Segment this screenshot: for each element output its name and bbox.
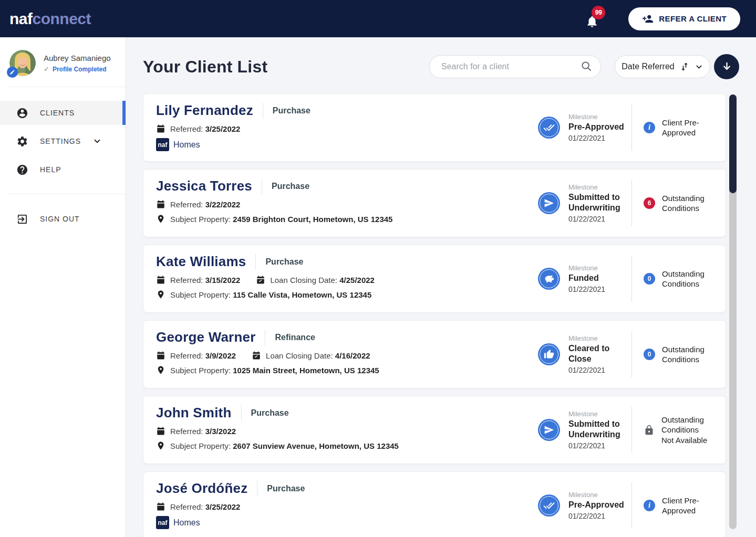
search-icon[interactable]	[581, 60, 593, 72]
thumb-up-icon	[544, 349, 554, 360]
property-label: Subject Property:	[170, 290, 231, 299]
referred-date: Referred: 3/25/2022	[156, 124, 240, 133]
status-section: i Client Pre-Approved	[632, 496, 713, 516]
profile-status-label: Profile Completed	[53, 66, 107, 73]
divider	[241, 405, 242, 421]
sidebar-item-label: SETTINGS	[40, 137, 81, 145]
homes-chip-row: naf Homes	[156, 138, 310, 151]
client-card[interactable]: John Smith Purchase Referred: 3/3/2022 S…	[143, 396, 726, 464]
scrollbar-thumb[interactable]	[729, 94, 737, 193]
sidebar-item-label: HELP	[40, 165, 61, 174]
account-circle-icon	[16, 107, 28, 119]
status-text: Outstanding Conditions	[662, 193, 713, 214]
milestone-section: Milestone Cleared to Close 01/22/2021	[538, 334, 631, 374]
referred-value: 3/15/2022	[205, 276, 241, 285]
property-value: 2607 Sunview Avenue, Hometown, US 12345	[233, 441, 399, 450]
property-value: 2459 Brighton Court, Hometown, US 12345	[233, 215, 392, 224]
property-label: Subject Property:	[170, 441, 231, 450]
status-text: Outstanding Conditions	[662, 269, 713, 289]
calendar-icon	[156, 199, 165, 209]
property-row: Subject Property: 1025 Main Street, Home…	[156, 365, 379, 375]
download-button[interactable]	[714, 54, 739, 79]
subject-property: Subject Property: 2459 Brighton Court, H…	[156, 214, 392, 224]
app-logo[interactable]: nafconnect	[9, 10, 91, 28]
client-name: John Smith	[156, 405, 232, 421]
status-text: Outstanding Conditions Not Available	[661, 415, 713, 446]
user-name: Aubrey Samaniego	[44, 54, 111, 62]
scrollbar-track[interactable]	[729, 94, 737, 529]
paper-plane-icon	[544, 198, 554, 208]
milestone-label: Milestone	[568, 334, 627, 342]
sidebar-item-label: CLIENTS	[40, 109, 75, 117]
sidebar-item-sign-out[interactable]: SIGN OUT	[0, 207, 126, 231]
referred-value: 3/22/2022	[205, 200, 241, 209]
naf-homes-logo: naf	[156, 138, 169, 151]
referred-date: Referred: 3/15/2022	[156, 275, 240, 285]
homes-label: Homes	[173, 140, 200, 150]
referred-value: 3/3/2022	[205, 427, 236, 436]
refer-a-client-button[interactable]: REFER A CLIENT	[628, 7, 740, 30]
notifications-badge: 99	[592, 6, 605, 19]
referred-value: 3/25/2022	[205, 502, 241, 511]
sidebar: Aubrey Samaniego ✓ Profile Completed CLI…	[0, 37, 126, 537]
sidebar-item-label: SIGN OUT	[40, 215, 80, 223]
milestone-section: Milestone Submitted to Underwriting 01/2…	[538, 183, 631, 223]
page-title: Your Client List	[143, 57, 429, 77]
status-section: i 0 Outstanding Conditions	[632, 269, 713, 289]
milestone-name: Submitted to Underwriting	[568, 419, 627, 440]
milestone-name: Submitted to Underwriting	[568, 192, 627, 213]
homes-chip-row: naf Homes	[156, 516, 305, 529]
logo-naf: naf	[9, 10, 33, 27]
profile-section: Aubrey Samaniego ✓ Profile Completed	[0, 37, 126, 87]
pin-icon	[156, 290, 165, 299]
pin-icon	[156, 441, 165, 450]
client-name: Kate Williams	[156, 254, 246, 270]
sidebar-item-clients[interactable]: CLIENTS	[0, 101, 126, 125]
status-text: Client Pre-Approved	[662, 496, 713, 516]
edit-profile-button[interactable]	[7, 67, 18, 78]
property-label: Subject Property:	[170, 366, 231, 375]
loan-type: Purchase	[267, 484, 305, 493]
milestone-icon	[538, 268, 560, 290]
calendar-icon	[156, 351, 165, 360]
check-icon: ✓	[44, 65, 49, 73]
calendar-check-icon	[252, 351, 261, 360]
milestone-icon	[538, 343, 560, 365]
gear-icon	[16, 135, 28, 148]
client-card[interactable]: Jessica Torres Purchase Referred: 3/22/2…	[143, 169, 726, 237]
referred-value: 3/25/2022	[205, 124, 241, 133]
client-name: Lily Fernandez	[156, 102, 253, 119]
property-row: Subject Property: 115 Calle Vista, Homet…	[156, 290, 375, 299]
referred-label: Referred:	[170, 351, 203, 360]
client-card[interactable]: George Warner Refinance Referred: 3/9/20…	[143, 320, 726, 388]
referred-date: Referred: 3/9/2022	[156, 351, 236, 360]
sort-dropdown[interactable]: Date Referred	[615, 55, 710, 78]
search-input[interactable]	[429, 55, 601, 78]
top-bar: nafconnect 99 REFER A CLIENT	[0, 0, 756, 37]
subject-property: Subject Property: 1025 Main Street, Home…	[156, 365, 379, 375]
loan-type: Purchase	[272, 182, 309, 191]
property-value: 115 Calle Vista, Hometown, US 12345	[233, 290, 371, 299]
client-card[interactable]: José Ordóñez Purchase Referred: 3/25/202…	[143, 471, 726, 537]
milestone-icon	[538, 419, 560, 441]
sidebar-item-settings[interactable]: SETTINGS	[0, 129, 126, 153]
subject-property: Subject Property: 2607 Sunview Avenue, H…	[156, 441, 399, 450]
lock-icon	[644, 425, 655, 436]
divider	[265, 330, 265, 345]
person-add-icon	[642, 13, 654, 25]
referred-label: Referred:	[170, 427, 203, 436]
milestone-name: Cleared to Close	[568, 343, 627, 364]
client-card[interactable]: Kate Williams Purchase Referred: 3/15/20…	[143, 245, 726, 313]
help-icon	[16, 164, 28, 176]
client-card[interactable]: Lily Fernandez Purchase Referred: 3/25/2…	[143, 93, 726, 162]
paper-plane-icon	[544, 425, 554, 435]
referred-label: Referred:	[170, 502, 203, 511]
subject-property: Subject Property: 115 Calle Vista, Homet…	[156, 290, 371, 299]
loan-type: Purchase	[251, 408, 289, 418]
sort-arrows-icon	[679, 61, 690, 72]
notifications-bell[interactable]: 99	[587, 9, 603, 28]
closing-label: Loan Closing Date:	[266, 351, 333, 360]
calendar-check-icon	[256, 275, 265, 285]
sidebar-item-help[interactable]: HELP	[0, 157, 126, 182]
referred-value: 3/9/2022	[205, 351, 236, 360]
